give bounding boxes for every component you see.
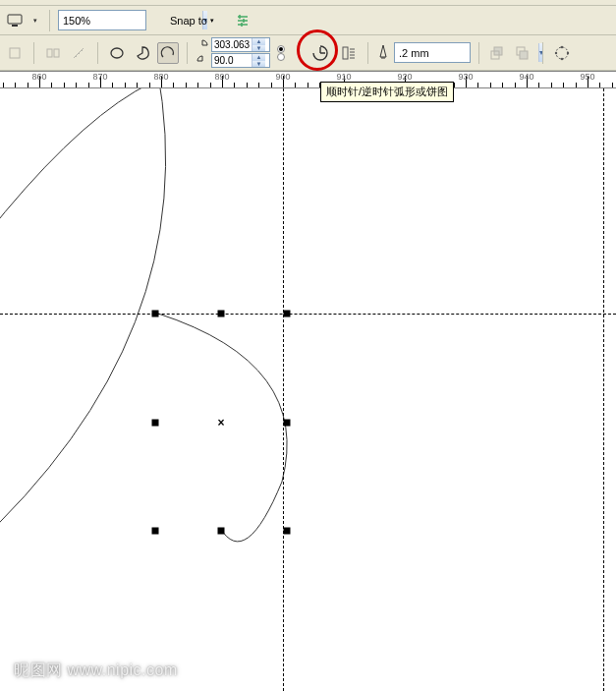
handle-tl[interactable] xyxy=(152,311,159,317)
svg-rect-10 xyxy=(520,51,528,59)
wrap-text-icon xyxy=(341,45,357,61)
watermark: 昵图网 www.nipic.com xyxy=(14,661,178,681)
svg-rect-0 xyxy=(8,15,22,24)
svg-rect-2 xyxy=(10,48,20,58)
guide-horizontal[interactable] xyxy=(0,314,616,315)
toolbar-standard: ▾ ▾ Snap to ▾ xyxy=(0,6,616,35)
handle-bc[interactable] xyxy=(218,528,225,535)
ruler-tick-minor xyxy=(137,83,138,87)
separator xyxy=(187,42,188,64)
svg-point-12 xyxy=(561,45,563,47)
angle-start-icon xyxy=(196,38,209,52)
ruler-tick-minor xyxy=(271,83,272,87)
separator xyxy=(367,42,368,64)
convert-curves-button[interactable] xyxy=(551,42,573,64)
angle-end-icon xyxy=(196,54,209,68)
tooltip: 顺时针/逆时针弧形或饼图 xyxy=(320,82,454,102)
view-mode-button[interactable] xyxy=(4,10,26,31)
canvas[interactable]: × 昵图网 www.nipic.com xyxy=(0,88,616,691)
handle-bl[interactable] xyxy=(152,528,159,535)
angle-mode-radios xyxy=(277,45,285,61)
ruler-tick-minor xyxy=(3,83,4,87)
separator xyxy=(49,10,50,31)
ruler-tick-minor xyxy=(477,83,478,87)
svg-point-13 xyxy=(567,51,569,53)
handle-br[interactable] xyxy=(284,528,291,535)
svg-point-14 xyxy=(561,57,563,59)
ruler-tick-minor xyxy=(173,83,174,87)
ruler-tick-minor xyxy=(149,83,150,87)
angle-start-input[interactable] xyxy=(212,38,252,51)
ruler-tick-minor xyxy=(210,83,211,87)
ruler-tick-minor xyxy=(576,83,577,87)
ruler-tick-minor xyxy=(599,83,600,87)
view-mode-dropdown[interactable]: ▾ xyxy=(29,10,41,31)
arc-tool[interactable] xyxy=(157,42,179,64)
spin-down[interactable]: ▼ xyxy=(252,61,265,68)
snap-to-menu[interactable]: Snap to ▾ xyxy=(170,15,214,27)
ruler-label: 900 xyxy=(275,72,290,82)
ruler-tick-minor xyxy=(125,83,126,87)
ruler-tick-minor xyxy=(186,83,187,87)
spin-down[interactable]: ▼ xyxy=(252,45,265,52)
svg-point-11 xyxy=(556,47,568,59)
outline-pen-icon xyxy=(376,44,390,62)
wrap-text-button[interactable] xyxy=(338,42,360,64)
toolbar-property: ▲▼ ▲▼ ▾ xyxy=(0,35,616,71)
outline-width-combo[interactable]: ▾ xyxy=(394,42,471,63)
svg-rect-1 xyxy=(12,25,18,27)
angle-start-spinner[interactable]: ▲▼ xyxy=(211,37,270,52)
separator xyxy=(33,42,34,64)
ruler-tick-minor xyxy=(15,83,16,87)
ruler-label: 920 xyxy=(397,72,412,82)
ruler-label: 890 xyxy=(214,72,229,82)
guide-vertical-1[interactable] xyxy=(283,88,284,691)
ellipse-icon xyxy=(109,45,125,61)
ruler-tick-minor xyxy=(112,83,113,87)
radio-mode-1[interactable] xyxy=(277,45,285,53)
guide-vertical-2[interactable] xyxy=(603,88,604,691)
separator xyxy=(478,42,479,64)
align-icon xyxy=(46,46,60,60)
ruler-label: 950 xyxy=(580,72,594,82)
to-front-icon xyxy=(490,46,506,60)
ellipse-tool[interactable] xyxy=(106,42,128,64)
ruler-tick-minor xyxy=(502,83,503,87)
svg-rect-3 xyxy=(47,49,52,57)
arc-angles: ▲▼ ▲▼ xyxy=(196,37,270,68)
ruler-tick-minor xyxy=(538,83,539,87)
svg-rect-4 xyxy=(54,49,59,57)
clockwise-toggle-button[interactable] xyxy=(307,39,334,67)
zoom-combo[interactable]: ▾ xyxy=(58,10,146,30)
position-icon xyxy=(8,46,22,60)
to-back-button xyxy=(513,42,534,64)
separator xyxy=(542,42,543,64)
angle-end-input[interactable] xyxy=(212,54,252,67)
align-button xyxy=(42,42,64,64)
pie-tool[interactable] xyxy=(132,42,153,64)
handle-ml[interactable] xyxy=(152,420,159,427)
ruler-tick-minor xyxy=(515,83,516,87)
handle-tr[interactable] xyxy=(284,311,291,317)
ruler-tick-minor xyxy=(295,83,296,87)
monitor-icon xyxy=(7,14,23,28)
ruler-tick-minor xyxy=(234,83,235,87)
ruler-tick-minor xyxy=(308,83,308,87)
measure-icon xyxy=(72,46,85,60)
convert-curves-icon xyxy=(554,45,570,61)
svg-point-5 xyxy=(111,48,123,58)
ruler-tick-minor xyxy=(258,83,259,87)
options-button[interactable] xyxy=(232,10,253,31)
ruler-tick-minor xyxy=(76,83,77,87)
handle-mr[interactable] xyxy=(284,420,291,427)
angle-end-spinner[interactable]: ▲▼ xyxy=(211,53,270,68)
radio-mode-2[interactable] xyxy=(277,53,285,61)
ruler-horizontal[interactable]: 850860870880890900910920930940950 xyxy=(0,71,616,88)
ruler-tick-minor xyxy=(563,83,564,87)
ruler-label: 870 xyxy=(92,72,107,82)
to-back-icon xyxy=(516,46,532,60)
options-icon xyxy=(236,14,250,28)
handle-center[interactable]: × xyxy=(218,420,225,427)
handle-tc[interactable] xyxy=(218,311,225,317)
svg-rect-6 xyxy=(343,47,348,59)
